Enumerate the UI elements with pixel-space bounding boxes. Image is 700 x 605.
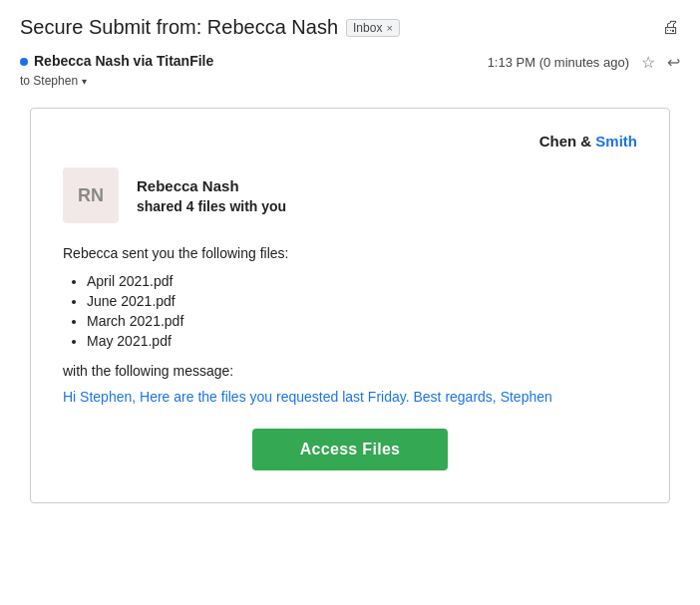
sender-card: RN Rebecca Nash shared 4 files with you xyxy=(63,167,637,223)
sender-left: Rebecca Nash via TitanFile xyxy=(20,53,213,69)
email-card: Chen & Smith RN Rebecca Nash shared 4 fi… xyxy=(30,108,670,503)
reply-icon[interactable]: ↩ xyxy=(667,53,680,72)
sender-right: 1:13 PM (0 minutes ago) ☆ ↩ xyxy=(488,53,680,72)
list-item: May 2021.pdf xyxy=(87,333,637,349)
to-row: to Stephen ▾ xyxy=(20,74,680,88)
list-item: April 2021.pdf xyxy=(87,273,637,289)
list-item: March 2021.pdf xyxy=(87,313,637,329)
star-icon[interactable]: ☆ xyxy=(641,53,655,72)
list-item: June 2021.pdf xyxy=(87,293,637,309)
subject-text: Secure Submit from: Rebecca Nash xyxy=(20,16,338,39)
brand-row: Chen & Smith xyxy=(63,133,637,150)
inbox-badge: Inbox × xyxy=(346,19,400,37)
sender-row: Rebecca Nash via TitanFile 1:13 PM (0 mi… xyxy=(20,53,680,72)
inbox-label: Inbox xyxy=(353,21,382,35)
sender-dot-icon xyxy=(20,58,28,66)
email-header-row: Secure Submit from: Rebecca Nash Inbox ×… xyxy=(20,16,680,39)
shared-text: shared 4 files with you xyxy=(137,198,286,214)
message-text: Hi Stephen, Here are the files you reque… xyxy=(63,389,637,405)
sender-name: Rebecca Nash via TitanFile xyxy=(34,53,213,69)
inbox-close-icon[interactable]: × xyxy=(386,22,392,34)
sender-info: Rebecca Nash shared 4 files with you xyxy=(137,177,286,214)
sender-fullname: Rebecca Nash xyxy=(137,177,286,194)
sender-time: 1:13 PM (0 minutes ago) xyxy=(488,55,629,70)
access-files-button[interactable]: Access Files xyxy=(252,429,449,470)
btn-row: Access Files xyxy=(63,429,637,470)
chevron-down-icon[interactable]: ▾ xyxy=(82,76,87,87)
to-label: to Stephen xyxy=(20,74,78,88)
brand-name: Smith xyxy=(595,133,637,150)
with-message-label: with the following message: xyxy=(63,363,637,379)
intro-text: Rebecca sent you the following files: xyxy=(63,245,637,261)
file-list: April 2021.pdf June 2021.pdf March 2021.… xyxy=(63,273,637,349)
email-subject: Secure Submit from: Rebecca Nash Inbox × xyxy=(20,16,400,39)
print-icon[interactable]: 🖨 xyxy=(662,17,680,38)
brand-prefix: Chen & xyxy=(539,133,592,150)
avatar: RN xyxy=(63,167,119,223)
